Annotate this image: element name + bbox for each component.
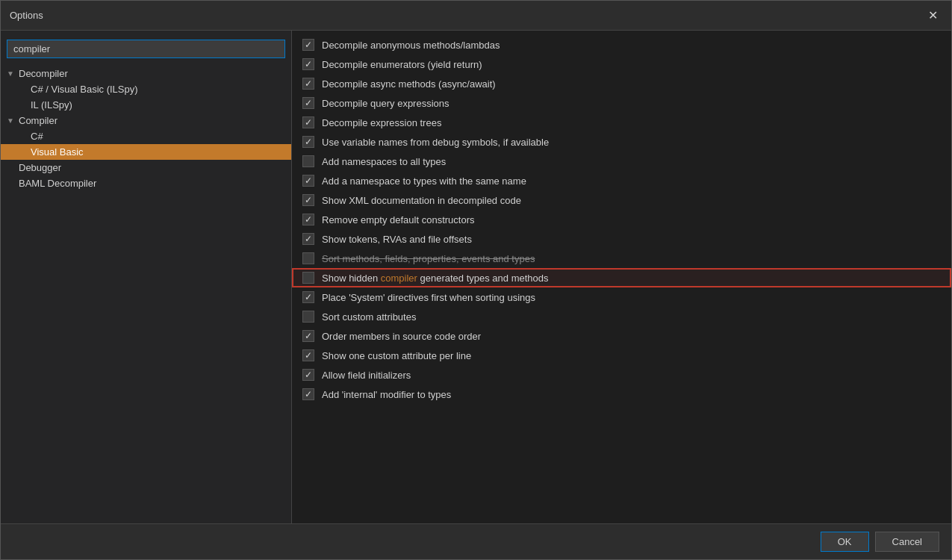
option-label: Decompile async methods (async/await)	[322, 78, 496, 90]
dialog-title: Options	[10, 10, 43, 21]
tree-item-debugger[interactable]: Debugger	[1, 160, 291, 175]
option-label: Remove empty default constructors	[322, 214, 474, 225]
checkbox-opt5[interactable]	[302, 116, 314, 128]
option-label: Order members in source code order	[322, 331, 481, 342]
tree-item-csharp-vb[interactable]: C# / Visual Basic (ILSpy)	[1, 81, 291, 97]
option-label: Add a namespace to types with the same n…	[322, 175, 526, 187]
dialog-body: ▼DecompilerC# / Visual Basic (ILSpy)IL (…	[1, 31, 951, 523]
tree-item-baml[interactable]: BAML Decompiler	[1, 175, 291, 191]
option-row: Sort methods, fields, properties, events…	[292, 249, 951, 268]
tree-item-label: Decompiler	[19, 68, 68, 79]
tree-item-label: BAML Decompiler	[19, 178, 96, 189]
tree-item-label: C# / Visual Basic (ILSpy)	[31, 84, 138, 95]
left-panel: ▼DecompilerC# / Visual Basic (ILSpy)IL (…	[1, 31, 292, 523]
option-label: Sort custom attributes	[322, 311, 416, 323]
checkbox-opt1[interactable]	[302, 39, 314, 51]
checkbox-opt19[interactable]	[302, 388, 314, 400]
cancel-button[interactable]: Cancel	[875, 532, 939, 552]
option-row: Decompile expression trees	[292, 113, 951, 132]
tree-container: ▼DecompilerC# / Visual Basic (ILSpy)IL (…	[1, 66, 291, 191]
checkbox-opt3[interactable]	[302, 78, 314, 90]
option-row: Use variable names from debug symbols, i…	[292, 132, 951, 152]
option-row: Place 'System' directives first when sor…	[292, 287, 951, 307]
option-label: Place 'System' directives first when sor…	[322, 292, 535, 303]
option-row: Show hidden compiler generated types and…	[292, 268, 951, 287]
options-dialog: Options ✕ ▼DecompilerC# / Visual Basic (…	[0, 0, 952, 560]
close-button[interactable]: ✕	[924, 7, 942, 24]
option-row: Show XML documentation in decompiled cod…	[292, 190, 951, 210]
option-label: Show tokens, RVAs and file offsets	[322, 234, 472, 245]
tree-item-decompiler[interactable]: ▼Decompiler	[1, 66, 291, 81]
option-row: Add a namespace to types with the same n…	[292, 171, 951, 190]
option-row: Add 'internal' modifier to types	[292, 385, 951, 404]
highlight-text: compiler	[381, 273, 417, 284]
checkbox-opt2[interactable]	[302, 58, 314, 70]
checkbox-opt15[interactable]	[302, 311, 314, 323]
dialog-footer: OK Cancel	[1, 523, 951, 559]
option-label: Sort methods, fields, properties, events…	[322, 253, 535, 264]
checkbox-opt10[interactable]	[302, 214, 314, 225]
option-row: Sort custom attributes	[292, 307, 951, 326]
option-row: Decompile enumerators (yield return)	[292, 55, 951, 74]
tree-item-il[interactable]: IL (ILSpy)	[1, 97, 291, 113]
tree-item-label: Debugger	[19, 162, 61, 173]
checkbox-opt8[interactable]	[302, 175, 314, 187]
tree-item-label: C#	[31, 131, 43, 142]
checkbox-opt9[interactable]	[302, 194, 314, 206]
search-input[interactable]	[7, 40, 285, 58]
option-label: Show one custom attribute per line	[322, 350, 471, 361]
option-label: Decompile expression trees	[322, 117, 441, 128]
tree-item-label: IL (ILSpy)	[31, 99, 72, 111]
option-label: Use variable names from debug symbols, i…	[322, 137, 549, 148]
checkbox-opt4[interactable]	[302, 97, 314, 109]
title-bar: Options ✕	[1, 1, 951, 31]
option-row: Decompile query expressions	[292, 93, 951, 113]
option-label: Decompile anonymous methods/lambdas	[322, 40, 500, 51]
tree-arrow-icon: ▼	[7, 116, 16, 125]
tree-item-vbasic[interactable]: Visual Basic	[1, 144, 291, 160]
option-label: Show hidden compiler generated types and…	[322, 273, 549, 284]
tree-arrow-icon: ▼	[7, 69, 16, 78]
checkbox-opt6[interactable]	[302, 136, 314, 148]
checkbox-opt12[interactable]	[302, 252, 314, 264]
option-row: Decompile async methods (async/await)	[292, 74, 951, 93]
options-panel: Decompile anonymous methods/lambdasDecom…	[292, 31, 951, 523]
option-label: Show XML documentation in decompiled cod…	[322, 195, 521, 206]
option-row: Show tokens, RVAs and file offsets	[292, 229, 951, 249]
checkbox-opt11[interactable]	[302, 233, 314, 245]
ok-button[interactable]: OK	[821, 532, 869, 552]
option-label: Add 'internal' modifier to types	[322, 389, 451, 400]
checkbox-opt7[interactable]	[302, 155, 314, 167]
checkbox-opt16[interactable]	[302, 330, 314, 342]
option-row: Remove empty default constructors	[292, 210, 951, 229]
checkbox-opt18[interactable]	[302, 369, 314, 381]
option-row: Add namespaces to all types	[292, 152, 951, 171]
tree-item-compiler[interactable]: ▼Compiler	[1, 113, 291, 128]
tree-item-label: Visual Basic	[31, 146, 84, 158]
checkbox-opt14[interactable]	[302, 291, 314, 303]
option-row: Decompile anonymous methods/lambdas	[292, 35, 951, 55]
option-label: Allow field initializers	[322, 370, 411, 381]
tree-item-csharp[interactable]: C#	[1, 128, 291, 144]
options-container: Decompile anonymous methods/lambdasDecom…	[292, 35, 951, 404]
option-label: Decompile query expressions	[322, 98, 449, 109]
checkbox-opt17[interactable]	[302, 349, 314, 361]
tree-item-label: Compiler	[19, 115, 57, 126]
checkbox-opt13[interactable]	[302, 272, 314, 284]
option-label: Decompile enumerators (yield return)	[322, 59, 482, 70]
option-row: Allow field initializers	[292, 365, 951, 385]
option-row: Show one custom attribute per line	[292, 346, 951, 365]
option-label: Add namespaces to all types	[322, 156, 446, 167]
option-row: Order members in source code order	[292, 326, 951, 346]
